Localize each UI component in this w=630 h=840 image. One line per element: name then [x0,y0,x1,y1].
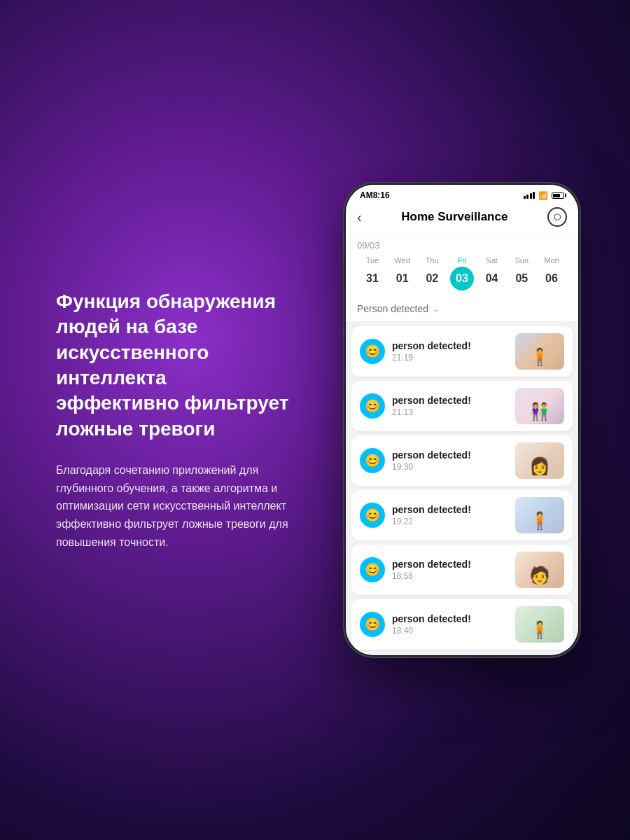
calendar-row: Tue 31 Wed 01 Thu 02 Fri 03 Sat 04 Sun 0… [357,256,567,290]
event-time: 19:30 [392,462,508,472]
event-title: person detected! [392,395,508,406]
cal-day-name: Fri [458,256,467,265]
calendar-day-05[interactable]: Sun 05 [509,256,534,290]
event-thumbnail: 🧍 [515,333,564,370]
settings-icon: ⬡ [554,212,561,222]
wifi-icon: 📶 [538,191,548,200]
event-item-5[interactable]: 😊 person detected! 18:40 🧍 [351,599,573,650]
event-time: 19:22 [392,517,508,526]
thumb-figure: 🧑 [515,552,564,588]
event-time: 18:40 [392,626,508,636]
event-thumbnail: 👩 [515,442,564,479]
cal-day-name: Thu [426,256,439,265]
event-info: person detected! 21:19 [392,340,508,363]
event-icon: 😊 [360,339,385,364]
event-info: person detected! 19:30 [392,449,508,472]
battery-icon [552,192,564,199]
cal-day-name: Wed [394,256,410,265]
subtext: Благодаря сочетанию приложений для глуби… [56,461,294,551]
thumb-figure: 👩 [515,442,564,479]
event-item-1[interactable]: 😊 person detected! 21:13 👫 [351,381,573,431]
app-title: Home Surveillance [401,210,507,224]
event-icon: 😊 [360,448,385,473]
cal-day-num: 05 [510,267,533,290]
event-info: person detected! 18:40 [392,613,508,636]
thumb-figure: 🧍 [515,333,564,370]
event-title: person detected! [392,559,508,570]
calendar-day-02[interactable]: Thu 02 [419,256,444,290]
filter-label: Person detected [357,303,428,314]
event-thumbnail: 🧑 [515,552,564,588]
event-info: person detected! 21:13 [392,395,508,417]
cal-day-num: 31 [360,267,384,290]
event-icon: 😊 [360,503,385,528]
event-item-4[interactable]: 😊 person detected! 18:58 🧑 [351,545,573,595]
calendar-day-31[interactable]: Tue 31 [360,256,385,290]
event-thumbnail: 🧍 [515,497,564,533]
cal-day-name: Sat [486,256,498,265]
thumb-figure: 🧍 [515,497,564,533]
cal-day-name: Tue [366,256,379,265]
left-panel: Функция обнаружения людей на базе искусс… [21,261,315,579]
cal-day-name: Mon [544,256,559,265]
settings-button[interactable]: ⬡ [547,207,567,227]
calendar-day-03[interactable]: Fri 03 [449,256,475,290]
status-icons: 📶 [524,191,565,200]
event-time: 21:13 [392,407,508,417]
date-label: 09/03 [357,240,567,251]
events-list: 😊 person detected! 21:19 🧍 😊 person dete… [346,322,578,655]
event-title: person detected! [392,613,508,624]
cal-day-num: 02 [420,267,444,290]
event-info: person detected! 19:22 [392,504,508,526]
event-time: 18:58 [392,571,508,581]
status-bar: AM8:16 📶 [346,185,578,203]
calendar-day-01[interactable]: Wed 01 [390,256,415,290]
event-item-2[interactable]: 😊 person detected! 19:30 👩 [351,435,573,486]
headline: Функция обнаружения людей на базе искусс… [56,289,294,442]
event-item-0[interactable]: 😊 person detected! 21:19 🧍 [351,326,573,377]
cal-day-num: 03 [450,267,474,290]
thumb-figure: 👫 [515,388,564,424]
event-item-3[interactable]: 😊 person detected! 19:22 🧍 [351,490,573,540]
event-title: person detected! [392,449,508,461]
cal-day-name: Sun [514,256,528,265]
event-thumbnail: 👫 [515,388,564,424]
event-icon: 😊 [360,557,385,582]
back-button[interactable]: ‹ [357,209,362,225]
cal-day-num: 06 [540,267,564,290]
right-panel: AM8:16 📶 ‹ Home Surveil [315,168,609,672]
event-thumbnail: 🧍 [515,606,564,643]
date-section: 09/03 Tue 31 Wed 01 Thu 02 Fri 03 Sat 04… [346,234,578,296]
event-title: person detected! [392,504,508,515]
app-header: ‹ Home Surveillance ⬡ [346,203,578,234]
thumb-figure: 🧍 [515,606,564,643]
phone-screen: AM8:16 📶 ‹ Home Surveil [346,185,578,655]
signal-icon [524,192,536,199]
event-title: person detected! [392,340,508,351]
status-time: AM8:16 [360,190,390,200]
filter-bar[interactable]: Person detected ⌄ [346,296,578,322]
event-icon: 😊 [360,393,385,419]
phone-mockup: AM8:16 📶 ‹ Home Surveil [343,182,581,658]
calendar-day-04[interactable]: Sat 04 [479,256,505,290]
cal-day-num: 04 [480,267,504,290]
calendar-day-06[interactable]: Mon 06 [539,256,564,290]
cal-day-num: 01 [391,267,414,290]
event-icon: 😊 [360,612,385,637]
filter-arrow-icon: ⌄ [433,304,440,314]
event-info: person detected! 18:58 [392,559,508,581]
event-time: 21:19 [392,353,508,363]
